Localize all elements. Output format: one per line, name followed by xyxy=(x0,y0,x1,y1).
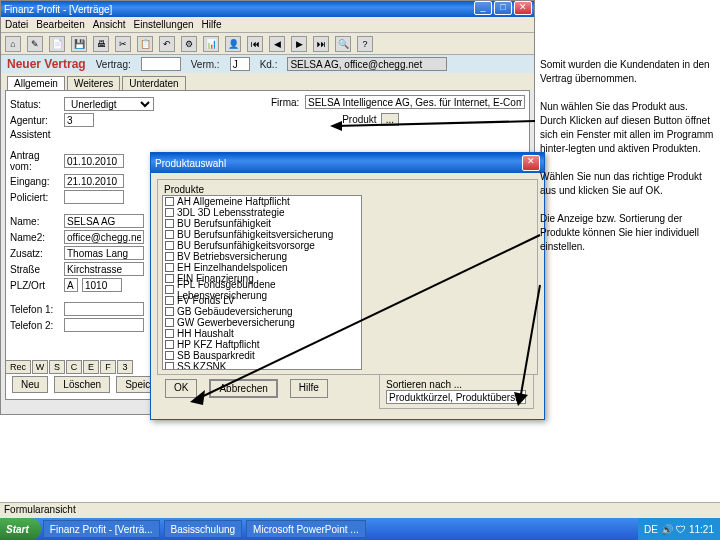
ok-button[interactable]: OK xyxy=(165,379,197,398)
antragvom-input[interactable] xyxy=(64,154,124,168)
hilfe-button[interactable]: Hilfe xyxy=(290,379,328,398)
list-item[interactable]: EH Einzelhandelspolicen xyxy=(163,262,361,273)
eingang-input[interactable] xyxy=(64,174,124,188)
list-item[interactable]: 3DL 3D Lebensstrategie xyxy=(163,207,361,218)
list-item[interactable]: GB Gebäudeversicherung xyxy=(163,306,361,317)
toolbar-icon[interactable]: ⚙ xyxy=(181,36,197,52)
loeschen-button[interactable]: Löschen xyxy=(54,376,110,393)
list-item[interactable]: HP KFZ Haftpflicht xyxy=(163,339,361,350)
list-item-label: AH Allgemeine Haftpflicht xyxy=(177,196,290,207)
ort-input[interactable] xyxy=(82,278,122,292)
taskbar-item[interactable]: Basisschulung xyxy=(164,520,242,538)
list-item[interactable]: BV Betriebsversicherung xyxy=(163,251,361,262)
produkte-group: Produkte AH Allgemeine Haftpflicht3DL 3D… xyxy=(157,179,538,375)
telefon1-input[interactable] xyxy=(64,302,144,316)
rec-e[interactable]: E xyxy=(83,360,99,374)
agentur-input[interactable] xyxy=(64,113,94,127)
checkbox-icon[interactable] xyxy=(165,296,174,305)
sort-input[interactable] xyxy=(386,390,526,404)
tray-icon[interactable]: 🛡 xyxy=(676,524,686,535)
neu-button[interactable]: Neu xyxy=(12,376,48,393)
menu-bearbeiten[interactable]: Bearbeiten xyxy=(36,19,84,30)
plz-input[interactable] xyxy=(64,278,78,292)
vertrag-input[interactable] xyxy=(141,57,181,71)
start-button[interactable]: Start xyxy=(0,518,41,540)
maximize-button[interactable]: □ xyxy=(494,1,512,15)
dialog-close-button[interactable]: ✕ xyxy=(522,155,540,171)
menu-datei[interactable]: Datei xyxy=(5,19,28,30)
checkbox-icon[interactable] xyxy=(165,318,174,327)
checkbox-icon[interactable] xyxy=(165,351,174,360)
strasse-input[interactable] xyxy=(64,262,144,276)
toolbar-icon[interactable]: ? xyxy=(357,36,373,52)
rec-f[interactable]: F xyxy=(100,360,116,374)
menu-einstellungen[interactable]: Einstellungen xyxy=(134,19,194,30)
toolbar-icon[interactable]: ✎ xyxy=(27,36,43,52)
toolbar-icon[interactable]: 📊 xyxy=(203,36,219,52)
checkbox-icon[interactable] xyxy=(165,230,174,239)
nav-prev-icon[interactable]: ◀ xyxy=(269,36,285,52)
rec-w[interactable]: W xyxy=(32,360,48,374)
checkbox-icon[interactable] xyxy=(165,219,174,228)
tab-unterdaten[interactable]: Unterdaten xyxy=(122,76,185,90)
verm-input[interactable] xyxy=(230,57,250,71)
status-select[interactable]: Unerledigt xyxy=(64,97,154,111)
menu-ansicht[interactable]: Ansicht xyxy=(93,19,126,30)
list-item[interactable]: HH Haushalt xyxy=(163,328,361,339)
list-item-label: BV Betriebsversicherung xyxy=(177,251,287,262)
checkbox-icon[interactable] xyxy=(165,263,174,272)
abbrechen-button[interactable]: Abbrechen xyxy=(209,379,277,398)
checkbox-icon[interactable] xyxy=(165,241,174,250)
list-item[interactable]: AH Allgemeine Haftpflicht xyxy=(163,196,361,207)
checkbox-icon[interactable] xyxy=(165,329,174,338)
toolbar-icon[interactable]: 📋 xyxy=(137,36,153,52)
checkbox-icon[interactable] xyxy=(165,208,174,217)
toolbar-icon[interactable]: 👤 xyxy=(225,36,241,52)
checkbox-icon[interactable] xyxy=(165,307,174,316)
name-input[interactable] xyxy=(64,214,144,228)
name2-input[interactable] xyxy=(64,230,144,244)
list-item[interactable]: BU Berufsunfähigkeit xyxy=(163,218,361,229)
toolbar-icon[interactable]: ↶ xyxy=(159,36,175,52)
list-item[interactable]: FPL Fondsgebundene Lebensversicherung xyxy=(163,284,361,295)
taskbar-item[interactable]: Finanz Profit - [Verträ... xyxy=(43,520,160,538)
nav-first-icon[interactable]: ⏮ xyxy=(247,36,263,52)
checkbox-icon[interactable] xyxy=(165,340,174,349)
checkbox-icon[interactable] xyxy=(165,285,174,294)
policiert-input[interactable] xyxy=(64,190,124,204)
toolbar-icon[interactable]: 🔍 xyxy=(335,36,351,52)
nav-last-icon[interactable]: ⏭ xyxy=(313,36,329,52)
list-item[interactable]: SS KZSNK xyxy=(163,361,361,370)
list-item[interactable]: BU Berufsunfähigkeitsversicherung xyxy=(163,229,361,240)
tray-icon[interactable]: 🔊 xyxy=(661,524,673,535)
tray-lang[interactable]: DE xyxy=(644,524,658,535)
list-item[interactable]: GW Gewerbeversicherung xyxy=(163,317,361,328)
produkt-button[interactable]: ... xyxy=(381,113,399,126)
toolbar-icon[interactable]: ⌂ xyxy=(5,36,21,52)
list-item[interactable]: BU Berufsunfähigkeitsvorsorge xyxy=(163,240,361,251)
minimize-button[interactable]: _ xyxy=(474,1,492,15)
rec-c[interactable]: C xyxy=(66,360,82,374)
kd-input[interactable] xyxy=(287,57,447,71)
toolbar-icon[interactable]: ✂ xyxy=(115,36,131,52)
firma-input[interactable] xyxy=(305,95,525,109)
telefon2-input[interactable] xyxy=(64,318,144,332)
nav-next-icon[interactable]: ▶ xyxy=(291,36,307,52)
menu-hilfe[interactable]: Hilfe xyxy=(202,19,222,30)
checkbox-icon[interactable] xyxy=(165,252,174,261)
close-button[interactable]: ✕ xyxy=(514,1,532,15)
toolbar-icon[interactable]: 🖶 xyxy=(93,36,109,52)
checkbox-icon[interactable] xyxy=(165,197,174,206)
checkbox-icon[interactable] xyxy=(165,274,174,283)
zusatz-input[interactable] xyxy=(64,246,144,260)
tab-weiteres[interactable]: Weiteres xyxy=(67,76,120,90)
toolbar-icon[interactable]: 💾 xyxy=(71,36,87,52)
tab-allgemein[interactable]: Allgemein xyxy=(7,76,65,90)
rec-s[interactable]: S xyxy=(49,360,65,374)
produkte-listbox[interactable]: AH Allgemeine Haftpflicht3DL 3D Lebensst… xyxy=(162,195,362,370)
rec-3[interactable]: 3 xyxy=(117,360,133,374)
checkbox-icon[interactable] xyxy=(165,362,174,370)
list-item[interactable]: SB Bausparkredit xyxy=(163,350,361,361)
toolbar-icon[interactable]: 📄 xyxy=(49,36,65,52)
taskbar-item[interactable]: Microsoft PowerPoint ... xyxy=(246,520,366,538)
